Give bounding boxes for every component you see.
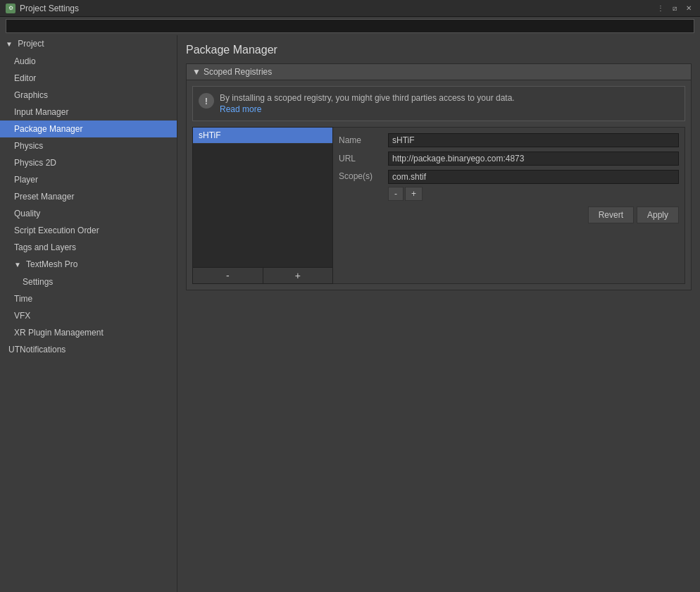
title-bar: ⚙ Project Settings ⋮ ⧄ ✕ <box>0 0 700 17</box>
sidebar-item-settings[interactable]: Settings <box>0 273 177 290</box>
action-buttons: Revert Apply <box>339 206 679 223</box>
add-registry-button[interactable]: + <box>263 268 333 283</box>
sidebar-item-script-execution-order[interactable]: Script Execution Order <box>0 222 177 239</box>
sidebar-item-player[interactable]: Player <box>0 171 177 188</box>
title-bar-controls: ⋮ ⧄ ✕ <box>655 3 694 14</box>
scope-buttons: - + <box>388 187 679 201</box>
sidebar-item-physics[interactable]: Physics <box>0 137 177 154</box>
sidebar-item-textmesh-pro[interactable]: ▼ TextMesh Pro <box>0 256 177 273</box>
read-more-link[interactable]: Read more <box>220 104 261 114</box>
scope-input[interactable] <box>388 170 679 184</box>
registry-details: Name URL Scope(s) - <box>333 127 685 284</box>
sidebar-item-vfx[interactable]: VFX <box>0 307 177 324</box>
sidebar-item-editor[interactable]: Editor <box>0 70 177 87</box>
scoped-registries-panel: ▼ Scoped Registries ! By installing a sc… <box>186 63 692 290</box>
sidebar-item-preset-manager[interactable]: Preset Manager <box>0 188 177 205</box>
panel-collapse-icon: ▼ <box>192 67 201 77</box>
remove-scope-button[interactable]: - <box>388 187 404 201</box>
sidebar: ▼ Project Audio Editor Graphics Input Ma… <box>0 35 177 592</box>
registry-list-item[interactable]: sHTiF <box>193 128 332 144</box>
sidebar-item-audio[interactable]: Audio <box>0 53 177 70</box>
sidebar-item-time[interactable]: Time <box>0 290 177 307</box>
title-bar-left: ⚙ Project Settings <box>6 4 79 13</box>
close-button[interactable]: ✕ <box>683 3 694 14</box>
url-label: URL <box>339 154 388 164</box>
title-bar-title: Project Settings <box>20 4 79 13</box>
sidebar-item-tags-and-layers[interactable]: Tags and Layers <box>0 239 177 256</box>
sidebar-item-xr-plugin-management[interactable]: XR Plugin Management <box>0 324 177 341</box>
sidebar-item-input-manager[interactable]: Input Manager <box>0 104 177 121</box>
app-icon: ⚙ <box>6 4 15 13</box>
scope-row: Scope(s) - + <box>339 170 679 201</box>
name-row: Name <box>339 133 679 147</box>
panel-header: ▼ Scoped Registries <box>187 64 691 80</box>
project-arrow-icon: ▼ <box>6 38 13 51</box>
remove-registry-button[interactable]: - <box>193 268 263 283</box>
page-title: Package Manager <box>186 44 692 56</box>
name-label: Name <box>339 135 388 145</box>
minimize-button[interactable]: ⧄ <box>669 3 680 14</box>
sidebar-item-quality[interactable]: Quality <box>0 205 177 222</box>
warning-icon: ! <box>199 93 214 109</box>
textmesh-arrow-icon: ▼ <box>14 259 21 271</box>
sidebar-item-package-manager[interactable]: Package Manager <box>0 121 177 137</box>
sidebar-item-graphics[interactable]: Graphics <box>0 87 177 104</box>
scope-container: - + <box>388 170 679 201</box>
url-input[interactable] <box>388 152 679 166</box>
panel-header-label: Scoped Registries <box>204 67 272 77</box>
registry-list: sHTiF - + <box>192 127 333 284</box>
url-row: URL <box>339 152 679 166</box>
revert-button[interactable]: Revert <box>588 206 634 223</box>
search-input[interactable] <box>6 19 694 33</box>
name-input[interactable] <box>388 133 679 147</box>
warning-text: By installing a scoped registry, you mig… <box>220 92 515 115</box>
add-scope-button[interactable]: + <box>405 187 423 201</box>
scope-label: Scope(s) <box>339 170 388 181</box>
sidebar-item-ut-notifications[interactable]: UTNotifications <box>0 341 177 358</box>
registry-area: sHTiF - + Name URL <box>192 127 685 284</box>
sidebar-item-physics-2d[interactable]: Physics 2D <box>0 154 177 171</box>
warning-box: ! By installing a scoped registry, you m… <box>192 86 685 121</box>
apply-button[interactable]: Apply <box>637 206 679 223</box>
sidebar-item-project[interactable]: ▼ Project <box>0 35 177 53</box>
more-button[interactable]: ⋮ <box>655 3 666 14</box>
search-bar <box>0 17 700 35</box>
content-area: Package Manager ▼ Scoped Registries ! By… <box>177 35 700 592</box>
main-layout: ▼ Project Audio Editor Graphics Input Ma… <box>0 35 700 592</box>
